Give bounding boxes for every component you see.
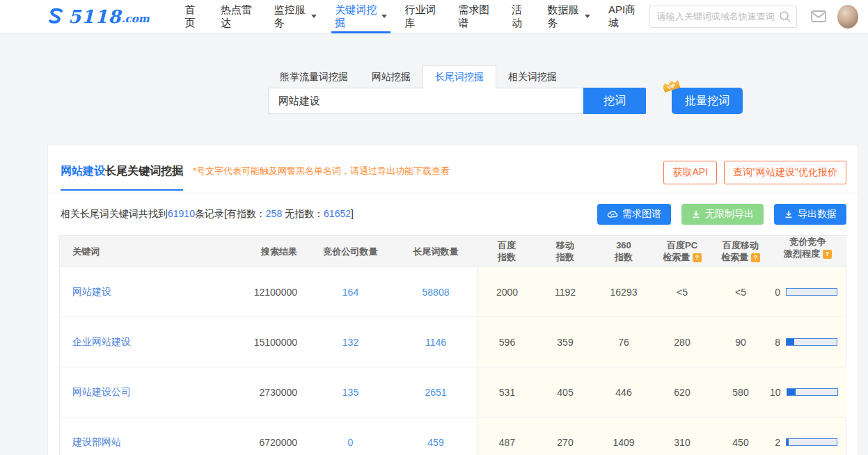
baidu-mobile-volume-value: 90 xyxy=(711,317,770,367)
stats-row: 相关长尾词关键词共找到61910条记录[有指数：258 无指数：61652] 需… xyxy=(48,193,858,234)
total-count: 61910 xyxy=(168,208,195,219)
blacklist-warning: *号文字代表可能触及网警黑名单名词，请通过导出功能下载查看 xyxy=(193,165,450,177)
tab-related-words-mining[interactable]: 相关词挖掘 xyxy=(496,66,569,88)
tab-bear-traffic-words[interactable]: 熊掌流量词挖掘 xyxy=(268,66,360,88)
batch-mine-button[interactable]: 批量挖词 xyxy=(672,88,743,114)
mobile-index-value: 270 xyxy=(536,417,594,455)
logo-tld: .com xyxy=(121,13,149,25)
baidu-index-value: 531 xyxy=(478,367,536,417)
panel-title-rest: 长尾关键词挖掘 xyxy=(105,165,183,177)
col-header-baidu-pc-volume: 百度PC 检索量? xyxy=(653,239,711,263)
baidu-mobile-volume-value: <5 xyxy=(711,267,770,317)
search-icon[interactable] xyxy=(779,10,791,23)
baidu-mobile-volume-value: 580 xyxy=(711,367,770,417)
keyword-table: 关键词 搜索结果 竞价公司数量 长尾词数量 百度 指数 移动 指数 360 指数… xyxy=(59,235,846,455)
nav-item-activity[interactable]: 活动 xyxy=(503,0,538,33)
brain-map-icon xyxy=(607,209,618,219)
nav-item-monitor-service[interactable]: 监控服务 xyxy=(265,0,326,33)
baidu-pc-volume-value: 310 xyxy=(653,417,711,455)
seo-quote-button[interactable]: 查询"网站建设"优化报价 xyxy=(724,161,846,184)
nav-item-industry-lexicon[interactable]: 行业词库 xyxy=(396,0,450,33)
bidding-companies-link[interactable]: 0 xyxy=(348,437,354,448)
360-index-value: 446 xyxy=(594,367,653,417)
search-results-value: 15100000 xyxy=(227,337,307,348)
col-header-bidding-companies: 竞价公司数量 xyxy=(307,246,394,257)
caret-down-icon xyxy=(311,15,317,18)
col-header-baidu-mobile-volume: 百度移动 检索量? xyxy=(711,239,770,263)
search-results-value: 6720000 xyxy=(227,437,307,448)
baidu-pc-volume-value: 280 xyxy=(653,317,711,367)
search-results-value: 2730000 xyxy=(227,387,307,398)
360-index-value: 76 xyxy=(594,317,653,367)
col-header-mobile-index: 移动 指数 xyxy=(536,239,594,263)
logo-icon xyxy=(46,7,65,26)
longtail-count-link[interactable]: 459 xyxy=(427,437,443,448)
competition-value: 10 xyxy=(770,387,781,398)
keyword-link[interactable]: 企业网站建设 xyxy=(72,336,131,347)
demand-map-button[interactable]: 需求图谱 xyxy=(597,204,671,225)
baidu-index-value: 596 xyxy=(478,317,536,367)
keyword-input[interactable] xyxy=(268,88,583,114)
bidding-companies-link[interactable]: 132 xyxy=(342,337,358,348)
caret-down-icon xyxy=(381,15,387,18)
nav-item-api-mall[interactable]: API商城 xyxy=(599,0,649,33)
competition-value: 8 xyxy=(775,337,780,348)
result-panel: 网站建设长尾关键词挖掘 *号文字代表可能触及网警黑名单名词，请通过导出功能下载查… xyxy=(47,145,858,455)
col-header-search-results: 搜索结果 xyxy=(227,246,307,257)
export-data-button[interactable]: 导出数据 xyxy=(774,204,846,225)
search-results-value: 12100000 xyxy=(227,287,307,298)
quick-search-input[interactable] xyxy=(649,6,797,28)
nav-item-home[interactable]: 首页 xyxy=(176,0,212,33)
longtail-count-link[interactable]: 2651 xyxy=(425,387,446,398)
help-icon[interactable]: ? xyxy=(693,253,702,262)
keyword-search-row: 挖词 VIP 批量挖词 xyxy=(268,88,868,114)
caret-down-icon xyxy=(585,15,590,18)
mining-tabs: 熊掌流量词挖掘 网站挖掘 长尾词挖掘 相关词挖掘 xyxy=(268,65,868,88)
bidding-companies-link[interactable]: 164 xyxy=(342,287,358,298)
download-icon xyxy=(784,209,794,219)
help-icon[interactable]: ? xyxy=(751,253,760,262)
competition-bar xyxy=(786,438,837,446)
nav-item-demand-map[interactable]: 需求图谱 xyxy=(449,0,503,33)
nav-item-hot-radar[interactable]: 热点雷达 xyxy=(212,0,265,33)
table-row: 网站建设 12100000 164 58808 2000 1192 16293 … xyxy=(60,266,846,317)
bidding-companies-link[interactable]: 135 xyxy=(342,387,358,398)
avatar[interactable] xyxy=(837,5,858,29)
baidu-pc-volume-value: <5 xyxy=(653,267,711,317)
nav-item-data-service[interactable]: 数据服务 xyxy=(538,0,599,33)
with-index-count: 258 xyxy=(266,208,282,219)
mobile-index-value: 359 xyxy=(536,317,594,367)
mobile-index-value: 405 xyxy=(536,367,594,417)
col-header-baidu-index: 百度 指数 xyxy=(478,239,536,263)
help-icon[interactable]: ? xyxy=(823,250,832,259)
main-nav: 首页 热点雷达 监控服务 关键词挖掘 行业词库 需求图谱 活动 数据服务 API… xyxy=(176,0,649,33)
logo[interactable]: 5118 .com xyxy=(46,6,150,27)
keyword-link[interactable]: 建设部网站 xyxy=(72,436,121,447)
result-count-text: 相关长尾词关键词共找到61910条记录[有指数：258 无指数：61652] xyxy=(61,208,354,221)
table-row: 网站建设公司 2730000 135 2651 531 405 446 620 … xyxy=(60,367,846,417)
action-buttons: 需求图谱 无限制导出 导出数据 xyxy=(597,204,846,225)
table-row: 企业网站建设 15100000 132 1146 596 359 76 280 … xyxy=(60,317,846,367)
mail-icon[interactable] xyxy=(811,10,826,22)
tab-website-mining[interactable]: 网站挖掘 xyxy=(360,66,423,88)
get-api-button[interactable]: 获取API xyxy=(663,161,717,184)
nav-item-keyword-mining[interactable]: 关键词挖掘 xyxy=(326,0,395,33)
longtail-count-link[interactable]: 58808 xyxy=(423,287,450,298)
keyword-link[interactable]: 网站建设 xyxy=(72,286,111,297)
quick-search xyxy=(649,6,797,28)
mine-button[interactable]: 挖词 xyxy=(583,88,646,114)
baidu-pc-volume-value: 620 xyxy=(653,367,711,417)
keyword-link[interactable]: 网站建设公司 xyxy=(72,386,131,397)
top-header: 5118 .com 首页 热点雷达 监控服务 关键词挖掘 行业词库 需求图谱 活… xyxy=(0,0,868,33)
longtail-count-link[interactable]: 1146 xyxy=(425,337,446,348)
unlimited-export-button[interactable]: 无限制导出 xyxy=(681,204,764,225)
mobile-index-value: 1192 xyxy=(536,267,594,317)
col-header-keyword: 关键词 xyxy=(60,246,227,257)
col-header-longtail-count: 长尾词数量 xyxy=(394,246,478,257)
competition-bar xyxy=(786,288,837,296)
baidu-index-value: 487 xyxy=(478,417,536,455)
tab-longtail-mining[interactable]: 长尾词挖掘 xyxy=(423,65,496,88)
col-header-360-index: 360 指数 xyxy=(594,239,653,263)
panel-header-buttons: 获取API 查询"网站建设"优化报价 xyxy=(663,161,846,184)
panel-title: 网站建设长尾关键词挖掘 xyxy=(61,164,183,190)
